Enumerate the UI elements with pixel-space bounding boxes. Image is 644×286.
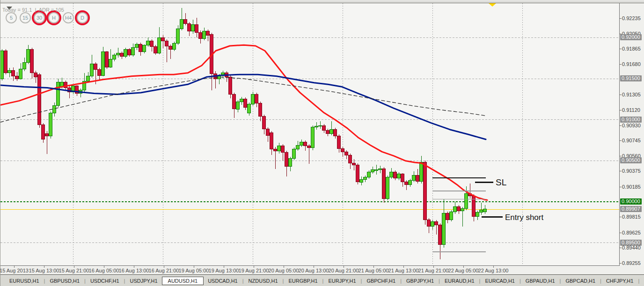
tab-eurusd[interactable]: EURUSD,H1 bbox=[5, 277, 44, 285]
time-tick-label: 20 Aug 13:00 bbox=[299, 268, 329, 273]
chart-plot-area[interactable]: SLEntry short 51530HH4D Today = 91.1 | A… bbox=[0, 3, 619, 265]
time-tick-label: 20 Aug 21:00 bbox=[329, 268, 359, 273]
chart-window: SLEntry short 51530HH4D Today = 91.1 | A… bbox=[0, 0, 644, 286]
timeframe-button-5[interactable]: 5 bbox=[6, 12, 17, 23]
tab-audusd[interactable]: AUDUSD,H1 bbox=[162, 277, 204, 285]
price-tick-label: 0.92235 bbox=[622, 15, 641, 21]
price-tick-label: 0.91120 bbox=[622, 107, 640, 113]
price-level-label: 0.90000 bbox=[620, 198, 642, 205]
tab-gbpchf[interactable]: GBPCHF,H1 bbox=[362, 277, 400, 285]
price-tick-label: 0.90930 bbox=[622, 123, 641, 128]
entry-pointer-label: Entry short bbox=[505, 213, 543, 222]
time-tick-label: 15 Aug 21:00 bbox=[59, 268, 89, 273]
tab-chfjpy[interactable]: CHFJPY,H1 bbox=[602, 277, 637, 285]
tab-usdcad[interactable]: USDCAD,H1 bbox=[204, 277, 242, 285]
price-tick-label: 0.89255 bbox=[622, 260, 641, 266]
tab-usdjpy[interactable]: USDJPY,H1 bbox=[125, 277, 161, 285]
sl-pointer-label: SL bbox=[496, 177, 506, 187]
price-level-label: 0.92000 bbox=[620, 34, 642, 40]
price-level-label: 0.91500 bbox=[620, 75, 642, 81]
time-tick-label: 16 Aug 05:00 bbox=[89, 268, 119, 273]
red-annotation-circle bbox=[75, 10, 90, 25]
tab-nzdusd[interactable]: NZDUSD,H1 bbox=[244, 277, 282, 285]
price-tick-label: 0.91680 bbox=[622, 61, 641, 67]
price-tick-label: 0.91865 bbox=[622, 46, 641, 51]
time-tick-label: 15 Aug 13:00 bbox=[29, 268, 59, 273]
time-tick-label: 22 Aug 05:00 bbox=[448, 268, 479, 273]
tab-euraud[interactable]: EURAUD,H1 bbox=[440, 277, 479, 285]
tab-eurcad[interactable]: EURCAD,H1 bbox=[481, 277, 519, 285]
price-axis: 0.922350.920500.918650.916800.913050.911… bbox=[619, 3, 644, 266]
current-price-label: 0.89907 bbox=[620, 206, 642, 212]
time-tick-label: 21 Aug 05:00 bbox=[359, 268, 389, 273]
price-level-label: 0.91000 bbox=[620, 117, 642, 123]
time-tick-label: 19 Aug 05:00 bbox=[179, 268, 209, 273]
tab-usdchf[interactable]: USDCHF,H1 bbox=[86, 277, 124, 285]
time-tick-label: 16 Aug 13:00 bbox=[119, 268, 149, 273]
tab-eurjpy[interactable]: EURJPY,H1 bbox=[324, 277, 360, 285]
symbol-tab-bar: EURUSD,H1|GBPUSD,H1|USDCHF,H1|USDJPY,H1A… bbox=[0, 275, 644, 286]
price-tick-label: 0.91305 bbox=[622, 92, 641, 97]
timeframe-button-15[interactable]: 15 bbox=[20, 12, 31, 23]
time-tick-label: 16 Aug 21:00 bbox=[149, 268, 179, 273]
time-tick-label: 22 Aug 13:00 bbox=[478, 268, 509, 273]
candlestick-chart: SLEntry short bbox=[0, 3, 619, 265]
red-annotation-circle bbox=[46, 10, 61, 25]
price-level-label: 0.89500 bbox=[620, 240, 642, 246]
time-tick-label: 19 Aug 21:00 bbox=[239, 268, 269, 273]
price-level-label: 0.90500 bbox=[620, 157, 642, 163]
tab-gbpjpy[interactable]: GBPJPY,H1 bbox=[402, 277, 438, 285]
tab-eurgbp[interactable]: EURGBP,H1 bbox=[284, 277, 322, 285]
corner-marker-icon bbox=[7, 7, 12, 10]
price-tick-label: 0.89815 bbox=[622, 214, 641, 220]
window-top-strip bbox=[0, 0, 644, 3]
time-tick-label: 19 Aug 13:00 bbox=[209, 268, 239, 273]
tab-gbpaud[interactable]: GBPAUD,H1 bbox=[521, 277, 559, 285]
time-marker-icon bbox=[489, 3, 496, 7]
tab-gbpcad[interactable]: GBPCAD,H1 bbox=[561, 277, 600, 285]
red-annotation-circle bbox=[32, 10, 47, 25]
time-tick-label: 20 Aug 05:00 bbox=[269, 268, 299, 273]
price-tick-label: 0.90185 bbox=[622, 184, 641, 190]
candlestick-series bbox=[0, 3, 619, 265]
time-axis: 15 Aug 201315 Aug 13:0015 Aug 21:0016 Au… bbox=[0, 265, 619, 275]
price-tick-label: 0.90375 bbox=[622, 168, 641, 174]
timeframe-button-h4[interactable]: H4 bbox=[63, 12, 74, 23]
tab-cadjpy[interactable]: CADJPY,H1 bbox=[640, 277, 644, 285]
time-tick-label: 21 Aug 21:00 bbox=[418, 268, 449, 273]
price-tick-label: 0.89625 bbox=[622, 230, 641, 235]
time-tick-label: 15 Aug 2013 bbox=[0, 268, 29, 273]
time-tick-label: 21 Aug 13:00 bbox=[388, 268, 419, 273]
price-tick-label: 0.90745 bbox=[622, 138, 641, 143]
tab-gbpusd[interactable]: GBPUSD,H1 bbox=[45, 277, 84, 285]
